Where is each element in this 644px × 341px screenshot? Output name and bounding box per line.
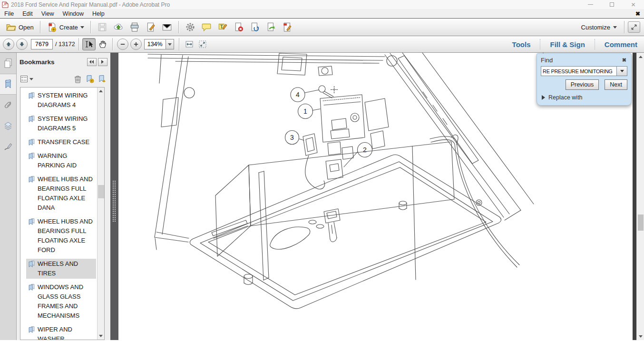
customize-button[interactable]: Customize	[577, 24, 621, 31]
next-page-button[interactable]	[16, 39, 28, 50]
bookmark-label: WARNING PARKING AID	[38, 151, 94, 170]
separator	[624, 21, 624, 33]
bookmark-item[interactable]: WHEEL HUBS AND BEARINGS FULL FLOATING AX…	[26, 174, 96, 213]
edit-pdf-button[interactable]	[279, 20, 295, 34]
save-button[interactable]	[94, 20, 110, 34]
bookmarks-title: Bookmarks	[20, 58, 86, 66]
close-document-icon[interactable]: ✖	[632, 10, 644, 17]
scroll-up-icon[interactable]	[99, 90, 103, 92]
bookmark-item-icon	[27, 260, 35, 268]
minimize-button[interactable]	[580, 0, 601, 9]
menu-window[interactable]: Window	[59, 9, 88, 18]
highlight-button[interactable]: T	[215, 20, 231, 34]
export-pdf-button[interactable]	[263, 20, 279, 34]
bookmarks-tab[interactable]	[0, 74, 16, 95]
fit-page-button[interactable]	[196, 38, 209, 50]
comment-pane-button[interactable]: Comment	[600, 40, 642, 49]
sign-button[interactable]	[143, 20, 159, 34]
find-close-icon[interactable]: ✖	[621, 57, 627, 63]
menu-view[interactable]: View	[37, 9, 59, 18]
find-next-button[interactable]: Next	[605, 79, 627, 90]
chevron-down-icon	[29, 78, 33, 80]
export-bookmark-icon[interactable]	[98, 75, 107, 83]
fill-sign-pane-button[interactable]: Fill & Sign	[545, 40, 589, 49]
bookmark-item[interactable]: WHEEL HUBS AND BEARINGS FULL FLOATING AX…	[26, 216, 96, 255]
bookmark-item-selected[interactable]: WHEELS AND TIRES	[26, 259, 96, 279]
save-icon	[97, 22, 107, 32]
crosshair-cursor	[331, 86, 338, 93]
settings-button[interactable]	[182, 20, 198, 34]
create-button[interactable]: Create	[44, 20, 87, 34]
chevron-down-icon	[620, 70, 624, 72]
email-button[interactable]	[159, 20, 175, 34]
page-thumbnails-tab[interactable]	[0, 53, 16, 74]
open-button[interactable]: Open	[3, 20, 37, 34]
email-icon	[162, 22, 172, 32]
find-previous-button[interactable]: Previous	[566, 79, 599, 90]
bookmark-item[interactable]: SYSTEM WIRING DIAGRAMS 4	[26, 90, 96, 110]
expand-panel-button[interactable]	[98, 58, 107, 66]
document-search-icon	[250, 22, 260, 32]
find-query-input[interactable]	[541, 66, 617, 76]
fit-width-button[interactable]	[183, 38, 196, 50]
signatures-tab[interactable]	[0, 136, 16, 157]
tools-pane-button[interactable]: Tools	[507, 40, 536, 49]
delete-pages-button[interactable]	[231, 20, 247, 34]
export-page-icon	[266, 22, 276, 32]
hand-tool-button[interactable]	[96, 38, 109, 50]
layers-tab[interactable]	[0, 116, 16, 136]
zoom-level-combo[interactable]: 134%	[144, 39, 174, 49]
restore-button[interactable]	[601, 0, 623, 9]
replace-with-expander[interactable]: Replace with	[541, 94, 627, 101]
scrollbar-thumb[interactable]	[638, 214, 644, 231]
new-bookmark-icon[interactable]	[86, 75, 94, 83]
zoom-dropdown-button[interactable]	[166, 39, 174, 49]
fullscreen-button[interactable]	[628, 21, 640, 33]
bookmark-item[interactable]: TRANSFER CASE	[26, 137, 96, 147]
find-history-dropdown-button[interactable]	[617, 66, 627, 76]
acrobat-pdf-icon	[2, 1, 9, 8]
collapse-panel-button[interactable]	[87, 58, 97, 66]
close-button[interactable]: ✕	[623, 0, 644, 9]
scroll-up-icon[interactable]	[639, 56, 643, 58]
panel-splitter[interactable]	[110, 53, 118, 340]
scroll-down-icon[interactable]	[99, 335, 103, 337]
select-tool-button[interactable]	[82, 38, 96, 50]
bookmark-item[interactable]: WARNING PARKING AID	[26, 151, 96, 171]
minus-icon	[119, 41, 126, 48]
scroll-down-icon[interactable]	[639, 335, 643, 338]
bookmarks-scrollbar[interactable]	[97, 88, 104, 340]
highlight-text-icon: T	[217, 22, 228, 32]
scrollbar-thumb[interactable]	[98, 185, 104, 198]
document-processing-button[interactable]	[247, 20, 263, 34]
zoom-out-button[interactable]	[117, 39, 128, 50]
zoom-in-button[interactable]	[130, 39, 142, 50]
print-button[interactable]	[127, 20, 143, 34]
select-cursor-icon	[84, 39, 94, 49]
page-number-input[interactable]	[31, 39, 53, 49]
separator	[90, 21, 91, 33]
cloud-upload-icon	[113, 22, 124, 32]
splitter-grip-icon	[112, 180, 117, 222]
comment-button-icon-only[interactable]	[198, 20, 215, 34]
attachments-tab[interactable]	[0, 95, 16, 116]
find-dialog: Find ✖ Previous Next Replace with	[537, 53, 632, 106]
bookmark-options-menu-button[interactable]	[20, 76, 33, 83]
bookmark-item[interactable]: WINDOWS AND GLASS GLASS FRAMES AND MECHA…	[26, 282, 96, 321]
layers-icon	[3, 121, 13, 131]
share-upload-button[interactable]	[110, 20, 127, 34]
menu-file[interactable]: File	[0, 9, 18, 18]
bookmark-item[interactable]: WIPER AND WASHER	[26, 324, 96, 340]
double-chevron-left-icon	[89, 60, 94, 64]
open-label: Open	[19, 24, 34, 31]
previous-page-button[interactable]	[3, 39, 14, 50]
bookmarks-list: SYSTEM WIRING DIAGRAMS 4 SYSTEM WIRING D…	[20, 87, 105, 340]
document-viewer[interactable]: 4 1 3 2 Find ✖ Previous Next	[118, 53, 636, 340]
document-scrollbar[interactable]	[636, 53, 644, 340]
bookmark-item[interactable]: SYSTEM WIRING DIAGRAMS 5	[26, 114, 96, 134]
separator	[595, 39, 595, 49]
menu-help[interactable]: Help	[88, 9, 109, 18]
hand-icon	[98, 39, 107, 49]
trash-icon[interactable]	[74, 75, 82, 83]
menu-edit[interactable]: Edit	[18, 9, 37, 18]
